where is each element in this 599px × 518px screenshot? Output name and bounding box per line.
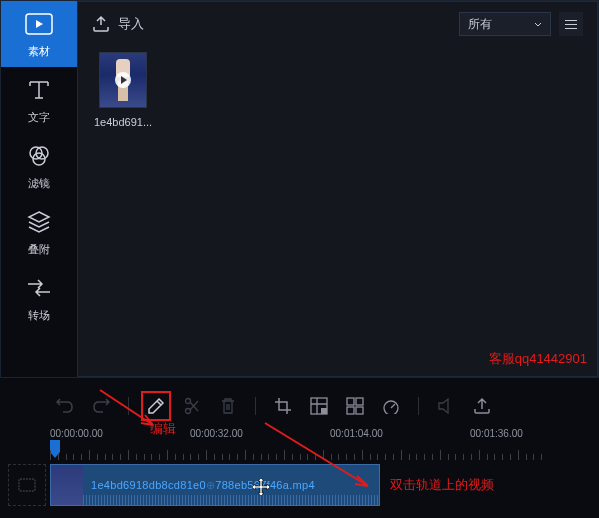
- timeline-ruler[interactable]: 00:00:00.00 00:00:32.00 00:01:04.00 00:0…: [50, 426, 549, 460]
- text-icon: [25, 76, 53, 104]
- sidebar-item-label: 素材: [28, 44, 50, 59]
- media-panel: 导入 所有 1e4bd691...: [77, 1, 598, 377]
- import-button[interactable]: 导入: [92, 15, 144, 33]
- timeline-clip[interactable]: 1e4bd6918db8cd81e0⊕788eb567f46a.mp4: [50, 464, 380, 506]
- filter-icon: [25, 142, 53, 170]
- track-head[interactable]: [8, 464, 46, 506]
- sidebar-item-label: 文字: [28, 110, 50, 125]
- sidebar-item-media[interactable]: 素材: [1, 1, 77, 67]
- overlay-icon: [25, 208, 53, 236]
- list-view-button[interactable]: [559, 12, 583, 36]
- timeline-toolbar: 编辑: [0, 386, 599, 426]
- timeline: 00:00:00.00 00:00:32.00 00:01:04.00 00:0…: [0, 426, 599, 514]
- watermark-text: 客服qq41442901: [489, 350, 587, 368]
- sidebar-item-transition[interactable]: 转场: [1, 265, 77, 331]
- double-click-annotation: 双击轨道上的视频: [390, 476, 494, 494]
- toolbar-separator: [128, 397, 129, 415]
- timeline-clip-filename: 1e4bd6918db8cd81e0⊕788eb567f46a.mp4: [83, 479, 315, 492]
- sidebar-item-label: 叠附: [28, 242, 50, 257]
- split-button[interactable]: [177, 391, 207, 421]
- svg-rect-11: [347, 407, 354, 414]
- svg-rect-15: [19, 479, 35, 491]
- export-button[interactable]: [467, 391, 497, 421]
- import-icon: [92, 15, 110, 33]
- svg-rect-12: [356, 407, 363, 414]
- top-area: 素材 文字 滤镜 叠附 转场: [0, 0, 599, 378]
- media-icon: [25, 10, 53, 38]
- import-label: 导入: [118, 15, 144, 33]
- dropdown-selected: 所有: [468, 16, 492, 33]
- sidebar-item-label: 滤镜: [28, 176, 50, 191]
- play-overlay-icon: [115, 72, 131, 88]
- svg-point-6: [186, 409, 191, 414]
- sidebar: 素材 文字 滤镜 叠附 转场: [1, 1, 77, 377]
- toolbar-separator: [418, 397, 419, 415]
- redo-button[interactable]: [86, 391, 116, 421]
- crop-button[interactable]: [268, 391, 298, 421]
- media-panel-body: 1e4bd691...: [78, 46, 597, 134]
- filter-dropdown[interactable]: 所有: [459, 12, 551, 36]
- timeline-clip-thumb: [51, 464, 83, 506]
- sidebar-item-text[interactable]: 文字: [1, 67, 77, 133]
- chevron-down-icon: [534, 22, 542, 27]
- transition-icon: [25, 274, 53, 302]
- freeze-button[interactable]: [340, 391, 370, 421]
- ruler-label: 00:00:32.00: [190, 428, 243, 439]
- toolbar-separator: [255, 397, 256, 415]
- ruler-label: 00:01:36.00: [470, 428, 523, 439]
- mosaic-button[interactable]: [304, 391, 334, 421]
- ruler-ticks: [50, 448, 549, 460]
- undo-button[interactable]: [50, 391, 80, 421]
- sidebar-item-filter[interactable]: 滤镜: [1, 133, 77, 199]
- media-clip[interactable]: 1e4bd691...: [92, 52, 154, 128]
- sidebar-item-label: 转场: [28, 308, 50, 323]
- speed-button[interactable]: [376, 391, 406, 421]
- audio-button[interactable]: [431, 391, 461, 421]
- clip-thumbnail: [99, 52, 147, 108]
- sidebar-item-overlay[interactable]: 叠附: [1, 199, 77, 265]
- media-panel-header: 导入 所有: [78, 2, 597, 46]
- delete-button[interactable]: [213, 391, 243, 421]
- svg-rect-9: [347, 398, 354, 405]
- svg-point-5: [186, 399, 191, 404]
- video-track: 1e4bd6918db8cd81e0⊕788eb567f46a.mp4 双击轨道…: [8, 464, 591, 506]
- svg-rect-10: [356, 398, 363, 405]
- svg-rect-8: [321, 408, 327, 414]
- ruler-label: 00:00:00.00: [50, 428, 103, 439]
- clip-name: 1e4bd691...: [94, 116, 152, 128]
- header-right: 所有: [459, 12, 583, 36]
- edit-button[interactable]: [141, 391, 171, 421]
- waveform: [83, 495, 379, 505]
- ruler-label: 00:01:04.00: [330, 428, 383, 439]
